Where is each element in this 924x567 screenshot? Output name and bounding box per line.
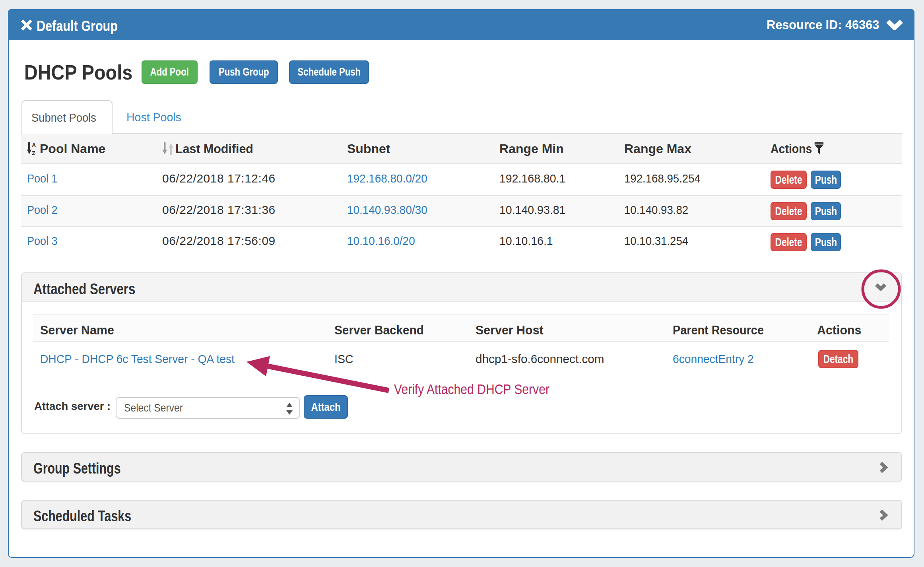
svg-text:Z: Z: [32, 150, 35, 155]
svg-text:A: A: [32, 142, 36, 148]
